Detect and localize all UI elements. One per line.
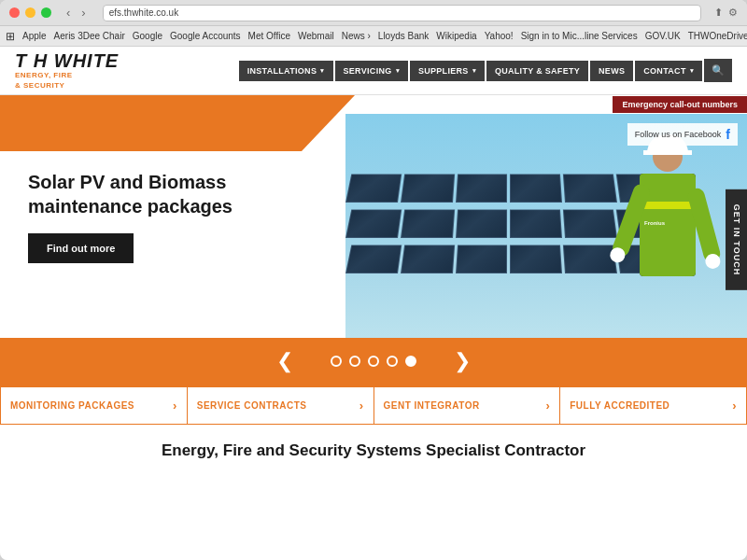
close-button[interactable] <box>9 7 20 18</box>
bookmark-onedrive[interactable]: THWOneDrive... — OneDrive <box>688 31 747 41</box>
solar-panel <box>401 174 455 203</box>
quick-link-monitoring-label: MONITORING PACKAGES <box>10 400 134 411</box>
quick-link-service-contracts[interactable]: SERVICE CONTRACTS › <box>188 386 374 425</box>
logo-main[interactable]: T H WHITE <box>15 50 119 71</box>
address-bar[interactable]: efs.thwhite.co.uk <box>103 5 701 21</box>
chevron-right-icon: › <box>173 399 177 413</box>
bookmark-aeris[interactable]: Aeris 3Dee Chair <box>54 31 125 41</box>
emergency-callout-button[interactable]: Emergency call-out numbers <box>613 96 747 113</box>
carousel-dot-5[interactable] <box>405 356 416 367</box>
facebook-bar[interactable]: Follow us on Facebook f <box>627 123 738 146</box>
orange-accent-top <box>0 95 355 151</box>
hero-image <box>345 114 747 375</box>
carousel-dots <box>331 356 416 367</box>
share-icon[interactable]: ⬆ <box>714 7 723 19</box>
url-text: efs.thwhite.co.uk <box>109 7 178 18</box>
website-content: T H WHITE ENERGY, FIRE & SECURITY INSTAL… <box>0 47 747 560</box>
site-header: T H WHITE ENERGY, FIRE & SECURITY INSTAL… <box>0 47 747 95</box>
facebook-label: Follow us on Facebook <box>635 130 722 139</box>
bookmark-webmail[interactable]: Webmail <box>298 31 334 41</box>
hero-text-area: Solar PV and Biomass maintenance package… <box>28 170 327 263</box>
nav-quality[interactable]: QUALITY & SAFETY <box>486 61 588 81</box>
nav-installations[interactable]: INSTALLATIONS ▾ <box>239 61 333 81</box>
extensions-icon[interactable]: ⚙ <box>728 7 738 19</box>
bookmark-apple[interactable]: Apple <box>22 31 47 41</box>
bookmark-google[interactable]: Google <box>133 31 162 41</box>
logo-tagline: ENERGY, FIRE & SECURITY <box>15 71 119 91</box>
bookmarks-bar: ⊞ Apple Aeris 3Dee Chair Google Google A… <box>0 26 747 47</box>
chevron-right-icon: › <box>732 399 737 413</box>
back-button[interactable]: ‹ <box>63 4 74 21</box>
nav-buttons: ‹ › <box>63 4 90 21</box>
browser-titlebar: ‹ › efs.thwhite.co.uk ⬆ ⚙ <box>0 0 747 26</box>
bookmark-met-office[interactable]: Met Office <box>248 31 290 41</box>
site-tagline: Energy, Fire and Security Systems Specia… <box>0 425 747 469</box>
minimize-button[interactable] <box>25 7 35 18</box>
quick-link-accredited[interactable]: FULLY ACCREDITED › <box>560 386 747 425</box>
forward-button[interactable]: › <box>78 4 89 21</box>
quick-links-bar: MONITORING PACKAGES › SERVICE CONTRACTS … <box>0 385 747 425</box>
solar-panel <box>345 174 402 203</box>
carousel-next-button[interactable]: ❯ <box>454 349 471 373</box>
solar-panel <box>510 245 562 273</box>
carousel-bar: ❮ ❯ <box>0 338 747 385</box>
solar-panel <box>456 174 508 203</box>
worker-glove-left <box>608 245 627 265</box>
facebook-icon: f <box>726 127 730 142</box>
solar-panel <box>510 174 562 203</box>
bookmark-gov[interactable]: GOV.UK <box>645 31 681 41</box>
bookmark-google-accounts[interactable]: Google Accounts <box>170 31 241 41</box>
solar-panel <box>401 245 455 273</box>
carousel-dot-3[interactable] <box>368 356 379 367</box>
hero-section: Solar PV and Biomass maintenance package… <box>0 95 747 385</box>
solar-panel <box>345 245 402 273</box>
nav-servicing[interactable]: SERVICING ▾ <box>335 61 408 81</box>
worker-glove-right <box>704 252 723 271</box>
solar-panel <box>510 209 562 238</box>
carousel-dot-2[interactable] <box>349 356 360 367</box>
bookmark-news[interactable]: News › <box>342 31 371 41</box>
logo-area: T H WHITE ENERGY, FIRE & SECURITY <box>15 50 119 91</box>
carousel-dot-1[interactable] <box>331 356 342 367</box>
quick-link-monitoring[interactable]: MONITORING PACKAGES › <box>0 386 188 425</box>
solar-panel <box>345 209 402 238</box>
maximize-button[interactable] <box>41 7 51 18</box>
nav-news[interactable]: NEWS <box>590 61 633 81</box>
hero-cta-button[interactable]: Find out more <box>28 233 134 263</box>
nav-suppliers[interactable]: SUPPLIERS ▾ <box>410 61 485 81</box>
quick-link-gent-label: GENT INTEGRATOR <box>384 400 480 411</box>
chevron-right-icon: › <box>545 399 550 413</box>
hero-title: Solar PV and Biomass maintenance package… <box>28 170 327 218</box>
quick-link-service-contracts-label: SERVICE CONTRACTS <box>197 400 307 411</box>
bookmark-sign-in[interactable]: Sign in to Mic...line Services <box>521 31 638 41</box>
carousel-prev-button[interactable]: ❮ <box>276 349 293 373</box>
solar-panel <box>456 209 508 238</box>
solar-panel <box>401 209 455 238</box>
chevron-down-icon: ▾ <box>690 67 694 75</box>
nav-contact[interactable]: CONTACT ▾ <box>635 61 702 81</box>
bookmark-wikipedia[interactable]: Wikipedia <box>436 31 476 41</box>
get-in-touch-tab[interactable]: Get in touch <box>726 189 747 290</box>
nav-search-button[interactable]: 🔍 <box>704 59 732 82</box>
main-nav: INSTALLATIONS ▾ SERVICING ▾ SUPPLIERS ▾ … <box>239 59 732 82</box>
chevron-right-icon: › <box>359 399 364 413</box>
chevron-down-icon: ▾ <box>320 67 324 75</box>
worker-head <box>653 142 683 172</box>
quick-link-gent[interactable]: GENT INTEGRATOR › <box>374 386 561 425</box>
bookmark-yahoo[interactable]: Yahoo! <box>485 31 514 41</box>
chevron-down-icon: ▾ <box>472 67 476 75</box>
solar-panel <box>456 245 508 273</box>
quick-link-accredited-label: FULLY ACCREDITED <box>570 400 669 411</box>
bookmark-lloyds[interactable]: Lloyds Bank <box>378 31 429 41</box>
worker-body <box>640 174 696 276</box>
chevron-down-icon: ▾ <box>396 67 400 75</box>
carousel-dot-4[interactable] <box>387 356 398 367</box>
apps-icon[interactable]: ⊞ <box>6 30 15 43</box>
browser-window: ‹ › efs.thwhite.co.uk ⬆ ⚙ ⊞ Apple Aeris … <box>0 0 747 560</box>
browser-actions: ⬆ ⚙ <box>714 7 738 19</box>
